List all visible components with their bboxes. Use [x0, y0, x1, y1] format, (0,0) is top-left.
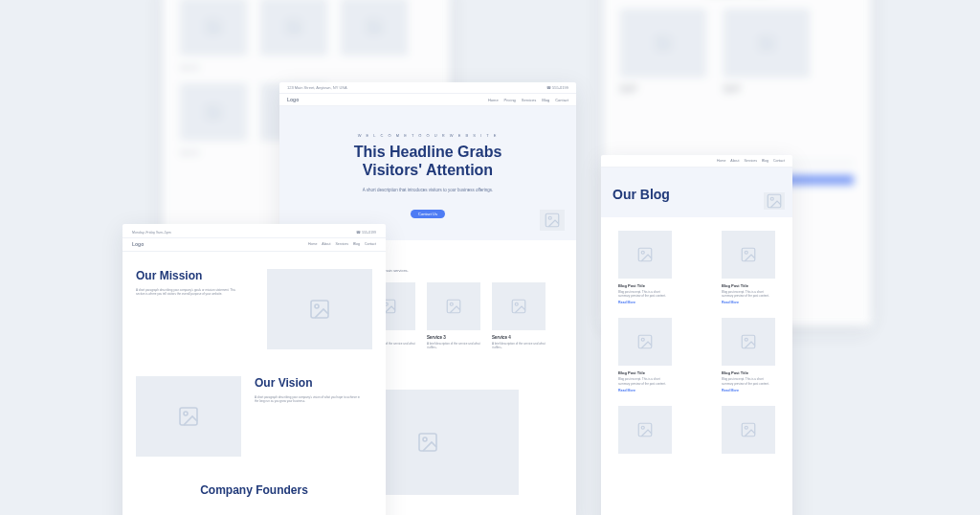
- nav-item-contact[interactable]: Contact: [555, 98, 568, 102]
- svg-point-29: [184, 412, 188, 415]
- post-excerpt: Blog post excerpt. This is a short summa…: [618, 377, 672, 385]
- blog-hero: Our Blog: [601, 168, 792, 217]
- nav-item-blog[interactable]: Blog: [353, 242, 360, 246]
- nav-item-pricing[interactable]: Pricing: [504, 98, 516, 102]
- image-placeholder: [260, 0, 327, 56]
- logo[interactable]: Logo: [287, 97, 299, 102]
- svg-point-1: [210, 23, 212, 26]
- nav-item-about[interactable]: About: [730, 159, 739, 163]
- image-placeholder: [180, 0, 247, 56]
- svg-rect-30: [768, 194, 781, 208]
- image-placeholder: [180, 83, 247, 141]
- vision-heading: Our Vision: [255, 376, 372, 390]
- image-placeholder: [618, 318, 672, 366]
- nav-item-services[interactable]: Services: [745, 159, 757, 163]
- svg-rect-0: [207, 20, 220, 34]
- svg-rect-4: [368, 20, 381, 34]
- vision-section: Our Vision A short paragraph describing …: [122, 359, 386, 474]
- stage: Duplex File Duplex File Related Posts Po…: [0, 0, 980, 515]
- service-card[interactable]: Service 3 A brief description of the ser…: [427, 282, 480, 349]
- about-page-mockup: Monday–Friday 9am–5pm ☎ 555-0199 Logo Ho…: [122, 224, 386, 515]
- nav-item-blog[interactable]: Blog: [542, 98, 549, 102]
- nav-item-services[interactable]: Services: [336, 242, 348, 246]
- blog-heading: Our Blog: [612, 187, 781, 202]
- image-placeholder: [618, 406, 672, 454]
- svg-rect-28: [180, 408, 197, 425]
- nav-item-home[interactable]: Home: [488, 98, 499, 102]
- nav-item-contact[interactable]: Contact: [365, 242, 376, 246]
- hero-subtext: A short description that introduces visi…: [297, 188, 559, 192]
- founders-section: Company Founders: [122, 474, 386, 497]
- blog-post-card[interactable]: [618, 406, 672, 459]
- top-phone: ☎ 555-0199: [356, 231, 376, 235]
- svg-point-7: [210, 109, 212, 112]
- svg-point-15: [548, 216, 551, 219]
- read-more-link[interactable]: Read More: [618, 301, 672, 304]
- top-address: 123 Main Street, Anytown, NY USA: [287, 85, 347, 90]
- mission-heading: Our Mission: [136, 269, 254, 282]
- hero-section: W E L C O M E T O O U R W E B S I T E Th…: [279, 106, 576, 240]
- post-title: Blog Post Title: [722, 370, 775, 375]
- nav-item-about[interactable]: About: [322, 242, 330, 246]
- service-card[interactable]: Service 4 A brief description of the ser…: [492, 282, 546, 349]
- logo[interactable]: Logo: [132, 241, 144, 247]
- nav-bar: Logo Home Pricing Services Blog Contact: [279, 94, 576, 106]
- svg-rect-20: [447, 300, 460, 313]
- caption: Duplex File: [180, 65, 433, 70]
- blog-post-card[interactable]: Blog Post Title Blog post excerpt. This …: [618, 318, 672, 392]
- svg-rect-14: [546, 213, 559, 227]
- svg-rect-12: [760, 36, 773, 50]
- svg-point-11: [659, 39, 662, 42]
- svg-point-39: [745, 339, 747, 342]
- top-hours: Monday–Friday 9am–5pm: [132, 231, 171, 235]
- nav-item-home[interactable]: Home: [717, 159, 725, 163]
- svg-rect-2: [287, 20, 301, 34]
- svg-rect-10: [657, 36, 670, 50]
- post-title: Blog Post Title: [722, 283, 775, 288]
- svg-rect-40: [638, 423, 652, 437]
- read-more-link[interactable]: Read More: [722, 389, 775, 392]
- image-placeholder: [722, 231, 775, 279]
- blog-post-card[interactable]: [722, 406, 775, 459]
- post-excerpt: Blog post excerpt. This is a short summa…: [722, 377, 775, 385]
- svg-rect-22: [512, 300, 525, 313]
- image-placeholder: [724, 9, 810, 78]
- nav-item-contact[interactable]: Contact: [773, 159, 785, 163]
- svg-rect-38: [742, 336, 755, 349]
- image-placeholder: [267, 269, 372, 349]
- post-date: Jan 2023: [724, 90, 810, 94]
- nav-item-blog[interactable]: Blog: [762, 159, 768, 163]
- hero-headline: This Headline Grabs Visitors' Attention: [297, 144, 559, 180]
- nav-menu: Home About Services Blog Contact: [308, 242, 376, 246]
- nav-item-home[interactable]: Home: [308, 242, 317, 246]
- nav-bar: Logo Home About Services Blog Contact: [122, 238, 386, 252]
- svg-point-41: [641, 426, 644, 429]
- contact-us-button[interactable]: Contact Us: [411, 210, 445, 218]
- image-placeholder-icon: [764, 192, 785, 210]
- svg-point-3: [290, 23, 293, 26]
- blog-post-card[interactable]: Blog Post Title Blog post excerpt. This …: [722, 318, 775, 392]
- service-desc: A brief description of the service and w…: [492, 342, 546, 349]
- nav-menu: Home Pricing Services Blog Contact: [488, 98, 568, 102]
- image-placeholder: [722, 406, 775, 454]
- hero-headline-line2: Visitors' Attention: [363, 162, 493, 178]
- post-title: Blog Post Title: [618, 283, 672, 288]
- svg-point-25: [423, 437, 427, 441]
- image-placeholder: [722, 318, 775, 366]
- blog-page-mockup: Home About Services Blog Contact Our Blo…: [601, 155, 792, 515]
- blog-post-card[interactable]: Blog Post Title Blog post excerpt. This …: [722, 231, 775, 304]
- read-more-link[interactable]: Read More: [722, 301, 775, 304]
- svg-point-37: [641, 339, 644, 342]
- svg-point-33: [641, 251, 644, 254]
- post-title: Blog Post Title: [618, 370, 672, 375]
- top-info-bar: Monday–Friday 9am–5pm ☎ 555-0199: [122, 228, 386, 238]
- image-placeholder: [492, 282, 546, 330]
- image-placeholder: [620, 9, 706, 78]
- blog-post-card[interactable]: Blog Post Title Blog post excerpt. This …: [618, 231, 672, 304]
- nav-item-services[interactable]: Services: [522, 98, 536, 102]
- image-placeholder: [341, 0, 408, 56]
- svg-point-5: [370, 23, 373, 26]
- read-more-link[interactable]: Read More: [618, 389, 672, 392]
- svg-point-43: [745, 426, 747, 429]
- svg-rect-36: [638, 336, 652, 349]
